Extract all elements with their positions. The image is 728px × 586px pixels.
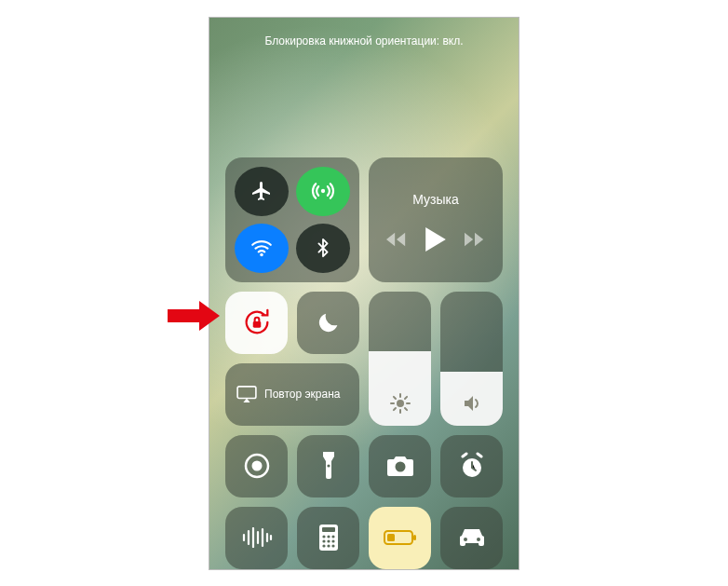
svg-point-40 bbox=[477, 538, 480, 541]
brightness-fill bbox=[369, 351, 431, 425]
svg-line-12 bbox=[405, 396, 407, 398]
carplay-button[interactable] bbox=[440, 507, 503, 569]
wifi-toggle[interactable] bbox=[235, 224, 289, 273]
do-not-disturb-toggle[interactable] bbox=[297, 292, 359, 354]
shortcuts-row-2 bbox=[225, 507, 503, 569]
svg-point-30 bbox=[322, 539, 325, 542]
mirroring-icon bbox=[236, 386, 257, 402]
audio-wave-icon bbox=[241, 527, 273, 548]
svg-point-39 bbox=[464, 538, 467, 541]
control-panel: Музыка bbox=[225, 157, 503, 569]
flashlight-button[interactable] bbox=[297, 435, 359, 497]
low-power-mode-toggle[interactable] bbox=[369, 507, 431, 569]
music-tile[interactable]: Музыка bbox=[369, 157, 503, 282]
cellular-icon bbox=[311, 179, 335, 203]
battery-low-icon bbox=[384, 529, 417, 546]
screen-mirroring-label: Повтор экрана bbox=[264, 388, 340, 401]
audio-wave-button[interactable] bbox=[225, 507, 288, 569]
airplane-icon bbox=[250, 180, 273, 202]
status-toast: Блокировка книжной ориентации: вкл. bbox=[264, 34, 463, 48]
moon-icon bbox=[316, 309, 342, 335]
alarm-icon bbox=[458, 452, 486, 480]
play-button[interactable] bbox=[425, 227, 446, 252]
forward-icon bbox=[465, 232, 485, 247]
volume-slider[interactable] bbox=[440, 292, 503, 426]
prev-track-button[interactable] bbox=[386, 232, 407, 247]
svg-line-10 bbox=[405, 408, 407, 410]
music-title: Музыка bbox=[412, 192, 459, 207]
car-icon bbox=[457, 527, 487, 548]
orientation-lock-toggle[interactable] bbox=[225, 292, 288, 354]
play-icon bbox=[425, 227, 446, 252]
svg-rect-38 bbox=[387, 534, 395, 541]
calculator-icon bbox=[318, 524, 339, 552]
flashlight-icon bbox=[320, 452, 337, 480]
music-controls bbox=[386, 227, 485, 252]
svg-point-35 bbox=[331, 544, 334, 547]
svg-rect-26 bbox=[322, 527, 335, 532]
svg-rect-3 bbox=[237, 387, 256, 399]
screen-mirroring-button[interactable]: Повтор экрана bbox=[225, 363, 359, 426]
brightness-slider[interactable] bbox=[369, 292, 431, 426]
shortcuts-row-1 bbox=[225, 435, 503, 497]
camera-icon bbox=[385, 455, 415, 477]
bluetooth-icon bbox=[313, 238, 333, 258]
svg-line-9 bbox=[393, 396, 395, 398]
svg-point-15 bbox=[327, 464, 330, 467]
volume-icon bbox=[461, 392, 483, 415]
cellular-data-toggle[interactable] bbox=[296, 167, 350, 216]
callout-arrow bbox=[168, 301, 220, 331]
svg-point-34 bbox=[327, 544, 330, 547]
svg-point-31 bbox=[327, 539, 330, 542]
svg-point-1 bbox=[260, 253, 263, 256]
svg-rect-2 bbox=[252, 321, 261, 328]
svg-point-29 bbox=[331, 535, 334, 538]
brightness-icon bbox=[389, 392, 411, 415]
svg-point-4 bbox=[397, 400, 404, 407]
svg-rect-37 bbox=[413, 535, 416, 540]
svg-point-33 bbox=[322, 544, 325, 547]
rewind-icon bbox=[386, 232, 407, 247]
svg-point-28 bbox=[327, 535, 330, 538]
control-center-screen: Блокировка книжной ориентации: вкл. Муз bbox=[209, 17, 519, 570]
screen-record-button[interactable] bbox=[225, 435, 288, 497]
connectivity-group[interactable] bbox=[225, 157, 359, 282]
svg-point-14 bbox=[251, 461, 262, 471]
screen-record-icon bbox=[243, 452, 271, 480]
camera-button[interactable] bbox=[369, 435, 431, 497]
orientation-lock-icon bbox=[241, 307, 273, 338]
wifi-icon bbox=[249, 236, 274, 260]
bluetooth-toggle[interactable] bbox=[296, 224, 350, 273]
airplane-mode-toggle[interactable] bbox=[235, 167, 289, 216]
svg-point-27 bbox=[322, 535, 325, 538]
next-track-button[interactable] bbox=[465, 232, 485, 247]
svg-line-11 bbox=[393, 408, 395, 410]
alarm-button[interactable] bbox=[440, 435, 503, 497]
svg-point-0 bbox=[321, 189, 325, 193]
svg-point-32 bbox=[331, 539, 334, 542]
svg-point-16 bbox=[395, 462, 405, 472]
calculator-button[interactable] bbox=[297, 507, 359, 569]
